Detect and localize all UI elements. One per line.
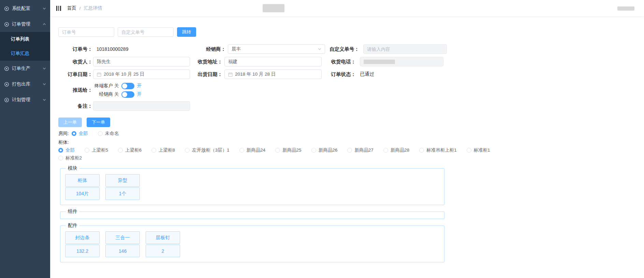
cabinet-filter-label: 柜体: xyxy=(58,140,69,145)
address-input[interactable] xyxy=(224,57,322,66)
sidebar-item-order-management[interactable]: 订单管理 xyxy=(0,16,50,32)
accessory-card-cam-fitting[interactable]: 三合一 146 xyxy=(105,231,140,257)
ship-date-input[interactable]: 2018 年 10 月 28 日 xyxy=(224,70,322,79)
custom-no-input[interactable] xyxy=(363,44,447,54)
module-card-special-shape[interactable]: 异型 1个 xyxy=(105,174,140,200)
cabinet-radio[interactable]: 新商品24 xyxy=(239,147,266,153)
gear-icon xyxy=(4,22,9,27)
cabinet-radio[interactable]: 上梁柜8 xyxy=(151,147,175,153)
radio-icon xyxy=(383,148,388,153)
prev-order-button[interactable]: 上一单 xyxy=(58,118,82,127)
status-value: 已通过 xyxy=(360,71,374,77)
sidebar-item-order-summary[interactable]: 订单汇总 xyxy=(0,46,50,61)
card-name: 层板钉 xyxy=(146,231,180,244)
sidebar-item-label: 订单生产 xyxy=(12,65,30,72)
order-date-input[interactable]: 2018 年 10 月 25 日 xyxy=(93,70,190,79)
accessory-card-shelf-pin[interactable]: 层板钉 2 xyxy=(146,231,180,257)
chevron-down-icon xyxy=(43,7,46,10)
gear-icon xyxy=(4,66,9,71)
cabinet-radio[interactable]: 上梁柜5 xyxy=(85,147,108,153)
radio-icon xyxy=(72,131,76,136)
terminal-customer-toggle[interactable] xyxy=(121,83,134,89)
room-radio-unnamed[interactable]: 未命名 xyxy=(98,130,119,137)
radio-label: 左开放柜（3层）1 xyxy=(192,147,230,153)
sidebar-item-order-list[interactable]: 订单列表 xyxy=(0,32,50,46)
chevron-down-icon xyxy=(318,47,321,51)
chevron-down-icon xyxy=(43,67,46,70)
sidebar-item-label: 订单管理 xyxy=(12,21,30,27)
receiver-input[interactable] xyxy=(93,57,190,66)
room-radio-all[interactable]: 全部 xyxy=(72,130,88,137)
sidebar-item-system-config[interactable]: 系统配置 xyxy=(0,1,50,16)
sidebar-item-order-production[interactable]: 订单生产 xyxy=(0,61,50,76)
cabinet-radio[interactable]: 新商品25 xyxy=(275,147,302,153)
radio-label: 新商品25 xyxy=(282,147,302,153)
radio-label: 上梁柜8 xyxy=(159,147,175,153)
radio-icon xyxy=(467,148,471,153)
radio-icon xyxy=(311,148,316,153)
sidebar-item-packing-outbound[interactable]: 打包出库 xyxy=(0,76,50,92)
order-no-search-input[interactable] xyxy=(58,27,114,37)
sidebar: 系统配置 订单管理 订单列表 订单汇总 xyxy=(0,0,50,278)
pager: 上一单 下一单 xyxy=(58,118,636,127)
radio-label: 标准柜1 xyxy=(474,147,490,153)
collapse-sidebar-icon[interactable] xyxy=(56,6,61,11)
push-target-name: 经销商 xyxy=(93,91,113,97)
sidebar-item-label: 打包出库 xyxy=(12,81,30,87)
top-header: 首页 / 汇总详情 xyxy=(50,0,644,16)
cabinet-radio[interactable]: 上梁柜6 xyxy=(118,147,142,153)
radio-label: 新商品26 xyxy=(319,147,338,153)
dealer-toggle[interactable] xyxy=(121,91,134,98)
breadcrumb-home[interactable]: 首页 xyxy=(67,5,76,11)
card-name: 三合一 xyxy=(105,231,140,244)
cabinet-radio[interactable]: 标准柜1 xyxy=(467,147,490,153)
push-line-dealer: 经销商 关 开 xyxy=(93,91,142,98)
cabinet-radio[interactable]: 新商品28 xyxy=(383,147,410,153)
order-no-value: 101810000289 xyxy=(97,46,193,52)
cabinet-radio[interactable]: 左开放柜（3层）1 xyxy=(185,147,230,153)
form-row-push: 推送给： 终端客户 关 开 经销商 关 开 xyxy=(58,82,636,98)
radio-label: 未命名 xyxy=(105,130,119,137)
jump-button[interactable]: 跳转 xyxy=(177,27,196,37)
chevron-down-icon xyxy=(43,82,46,86)
accessory-cards: 封边条 132.2 三合一 146 层板钉 2 xyxy=(65,231,439,257)
cabinet-radio[interactable]: 新商品27 xyxy=(347,147,374,153)
redacted-phone-value xyxy=(364,60,395,64)
cabinet-filter-row: 全部 上梁柜5 上梁柜6 上梁柜8 xyxy=(58,147,636,153)
radio-icon xyxy=(239,148,244,153)
sidebar-item-label: 系统配置 xyxy=(12,5,30,12)
cabinet-filter: 柜体: 全部 上梁柜5 上梁柜6 xyxy=(58,139,636,161)
sidebar-submenu-order-management: 订单列表 订单汇总 xyxy=(0,32,50,61)
module-section: 模块 柜体 104片 异型 1个 xyxy=(60,165,444,205)
cabinet-radio[interactable]: 新商品26 xyxy=(311,147,338,153)
room-filter-label: 房间: xyxy=(58,130,69,137)
cabinet-radio[interactable]: 标准柜2 xyxy=(58,155,82,161)
module-card-cabinet[interactable]: 柜体 104片 xyxy=(65,174,100,200)
order-no-label: 订单号： xyxy=(58,46,92,52)
sidebar-item-label: 计划管理 xyxy=(12,97,30,103)
address-label: 收货地址： xyxy=(190,59,222,65)
cabinet-radio[interactable]: 标准吊柜上柜1 xyxy=(419,147,457,153)
next-order-button[interactable]: 下一单 xyxy=(87,118,110,127)
radio-label: 标准吊柜上柜1 xyxy=(426,147,457,153)
dealer-select[interactable]: 晨丰 xyxy=(228,44,325,54)
phone-input[interactable] xyxy=(360,57,443,66)
accessory-card-edge-band[interactable]: 封边条 132.2 xyxy=(65,231,100,257)
remark-input[interactable] xyxy=(93,101,190,111)
custom-no-search-input[interactable] xyxy=(118,27,174,37)
radio-icon xyxy=(118,148,123,153)
receiver-label: 收货人： xyxy=(58,59,92,65)
radio-icon xyxy=(58,148,63,153)
form-row: 订单号： 101810000289 经销商： 晨丰 自定义单号： xyxy=(58,44,636,54)
radio-icon xyxy=(85,148,89,153)
module-cards: 柜体 104片 异型 1个 xyxy=(65,174,439,200)
switch-on-label: 开 xyxy=(137,91,142,97)
radio-icon xyxy=(419,148,424,153)
breadcrumb-separator: / xyxy=(79,6,81,11)
module-section-title: 模块 xyxy=(66,165,79,171)
ship-date-value: 2018 年 10 月 28 日 xyxy=(235,71,276,77)
sidebar-item-plan-management[interactable]: 计划管理 xyxy=(0,92,50,108)
cabinet-radio[interactable]: 全部 xyxy=(58,147,75,153)
radio-icon xyxy=(275,148,280,153)
calendar-icon xyxy=(228,72,233,77)
